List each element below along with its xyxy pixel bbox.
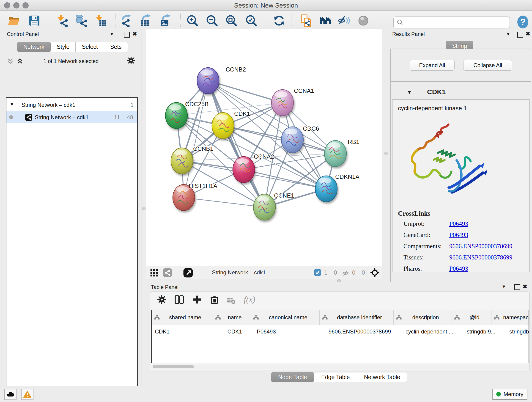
column-header--id[interactable]: @id: [452, 310, 491, 325]
tab-select[interactable]: Select: [76, 42, 104, 52]
collection-expand-icon[interactable]: ▼: [10, 102, 14, 107]
graph-node-CDKN1A[interactable]: [315, 176, 337, 202]
table-cell[interactable]: P06493: [254, 325, 325, 338]
home-networks-button[interactable]: [319, 14, 332, 27]
double-chevron-up-icon: [17, 58, 23, 65]
graph-node-CCNB1[interactable]: [171, 148, 193, 174]
network-overview-button[interactable]: [163, 268, 172, 279]
import-table-button[interactable]: [94, 14, 107, 27]
control-panel-float-menu[interactable]: ▾: [110, 31, 113, 37]
graph-node-CCNA2[interactable]: [233, 157, 255, 183]
bottom-splitter-handle[interactable]: [337, 279, 341, 283]
help-button[interactable]: ?: [517, 15, 529, 30]
crosslink-link[interactable]: P06493: [449, 231, 468, 239]
houses-icon: [319, 14, 332, 27]
results-panel-float-button[interactable]: [517, 32, 523, 38]
expand-all-button[interactable]: Expand All: [410, 60, 455, 70]
memory-button[interactable]: Memory: [492, 389, 527, 400]
table-cell[interactable]: CDK1: [152, 325, 216, 338]
graph-node-CCNE1[interactable]: [253, 194, 275, 220]
zoom-in-button[interactable]: [186, 14, 199, 27]
export-image-button[interactable]: [159, 14, 172, 27]
results-panel-close-button[interactable]: ✖: [526, 31, 530, 37]
table-cell[interactable]: stringdb:9...: [463, 325, 506, 338]
refresh-button[interactable]: [273, 14, 285, 27]
tab-sets[interactable]: Sets: [104, 42, 128, 52]
control-panel-float-button[interactable]: [124, 32, 130, 38]
table-cell[interactable]: 9606.ENSP00000378699: [325, 325, 402, 338]
tab-node-table[interactable]: Node Table: [271, 372, 314, 382]
network-row-selected[interactable]: String Network – cdk1 11 48: [6, 111, 137, 123]
table-cell[interactable]: stringdb: [506, 325, 529, 338]
network-canvas[interactable]: CCNB2CCNA1CDC25BCDK1CDC6RB1CCNB1CCNA2CDK…: [146, 29, 382, 266]
table-cell[interactable]: cyclin-dependent ...: [402, 325, 463, 338]
table-panel-float-menu[interactable]: ▾: [502, 283, 505, 290]
table-row[interactable]: CDK1CDK1P064939606.ENSP00000378699cyclin…: [152, 325, 529, 338]
open-session-button[interactable]: [7, 14, 20, 27]
crosslink-link[interactable]: P06493: [449, 220, 468, 227]
tab-network-table[interactable]: Network Table: [357, 372, 407, 382]
graph-node-CDC25B[interactable]: [165, 102, 187, 128]
column-header-database-identifier[interactable]: database identifier: [320, 310, 394, 325]
column-header-namespace[interactable]: namespace: [491, 310, 529, 325]
network-collection-row[interactable]: ▼ String Network – cdk1 1: [6, 99, 137, 111]
grid-view-button[interactable]: [150, 268, 158, 278]
left-splitter-handle[interactable]: [142, 207, 146, 211]
import-network-icon: [56, 14, 69, 27]
results-panel-float-menu[interactable]: ▾: [507, 31, 510, 37]
network-panel-options-button[interactable]: [127, 56, 136, 66]
gene-expand-icon[interactable]: ▼: [407, 89, 412, 95]
birds-eye-view-button[interactable]: [370, 268, 380, 279]
graph-node-CCNB2[interactable]: [197, 68, 219, 94]
crosslink-label: Compartments:: [404, 243, 449, 250]
column-header-canonical-name[interactable]: canonical name: [251, 310, 320, 325]
delete-table-button[interactable]: [226, 296, 235, 306]
export-network-button[interactable]: [120, 14, 133, 27]
graph-node-RB1[interactable]: [324, 140, 346, 167]
table-options-button[interactable]: [157, 294, 167, 306]
column-header-name[interactable]: name: [213, 310, 251, 325]
table-horizontal-scrollbar[interactable]: [151, 365, 528, 369]
crosslink-link[interactable]: 9606.ENSP00000378699: [449, 243, 512, 250]
create-column-button[interactable]: [192, 294, 202, 306]
right-splitter-handle[interactable]: [384, 152, 388, 155]
clone-network-button[interactable]: [300, 14, 312, 27]
import-network-from-database-button[interactable]: [74, 14, 87, 27]
search-input[interactable]: [405, 19, 510, 26]
function-builder-button[interactable]: f(x): [244, 294, 255, 304]
table-scrollbar-thumb[interactable]: [152, 365, 194, 368]
network-graph[interactable]: CCNB2CCNA1CDC25BCDK1CDC6RB1CCNB1CCNA2CDK…: [146, 29, 382, 266]
graph-node-CDC6[interactable]: [281, 127, 303, 153]
selected-checkbox[interactable]: [314, 269, 321, 277]
delete-column-button[interactable]: [209, 294, 220, 306]
control-panel-close-button[interactable]: ✖: [133, 31, 137, 37]
zoom-selected-button[interactable]: [245, 14, 258, 27]
open-in-new-window-button[interactable]: [183, 268, 193, 279]
table-cell[interactable]: CDK1: [216, 325, 254, 338]
cloud-status-button[interactable]: [4, 389, 17, 400]
tab-style[interactable]: Style: [51, 42, 76, 52]
tab-edge-table[interactable]: Edge Table: [314, 372, 357, 382]
import-network-button[interactable]: [56, 14, 69, 27]
crosslink-link[interactable]: 9606.ENSP00000378699: [449, 254, 512, 261]
save-session-button[interactable]: [28, 14, 41, 27]
column-header-shared-name[interactable]: shared name: [152, 310, 213, 325]
expand-all-networks-button[interactable]: [17, 58, 23, 65]
show-columns-button[interactable]: [174, 294, 184, 306]
export-table-button[interactable]: [139, 14, 152, 27]
table-panel-float-button[interactable]: [514, 284, 520, 290]
show-hidden-button[interactable]: [357, 14, 370, 27]
tab-network[interactable]: Network: [17, 42, 51, 52]
crosslink-link[interactable]: P06493: [449, 265, 468, 272]
graph-node-CDK1[interactable]: [212, 113, 234, 139]
zoom-out-button[interactable]: [206, 14, 218, 27]
column-header-description[interactable]: description: [394, 310, 452, 325]
graph-node-CCNA1[interactable]: [272, 89, 293, 116]
hide-unhide-button[interactable]: [338, 14, 351, 27]
warnings-button[interactable]: [21, 389, 33, 400]
collapse-all-button[interactable]: Collapse All: [463, 60, 512, 70]
table-panel-close-button[interactable]: ✖: [523, 283, 527, 290]
toolbar-divider: [265, 13, 265, 27]
zoom-fit-button[interactable]: [225, 14, 238, 27]
collapse-all-networks-button[interactable]: [7, 58, 14, 65]
